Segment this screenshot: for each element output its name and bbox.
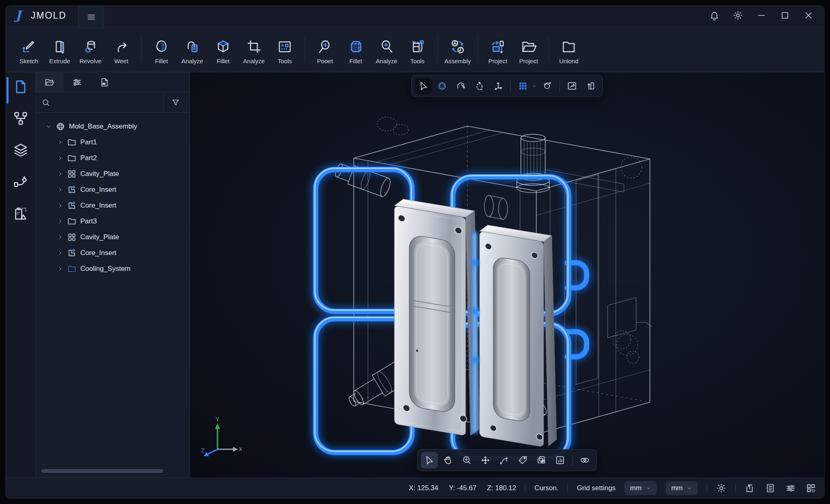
- rail-item-layers[interactable]: [13, 142, 29, 158]
- tool-analyze-3[interactable]: Analyze: [372, 33, 401, 64]
- rail-item-connections[interactable]: [13, 174, 29, 190]
- close-button[interactable]: [803, 10, 814, 21]
- minimize-button[interactable]: [756, 10, 767, 21]
- tool-analyze-1[interactable]: Analyze: [178, 33, 206, 64]
- maximize-button[interactable]: [780, 10, 790, 21]
- tree-row-core-insert-2[interactable]: Core_Insert: [41, 197, 189, 213]
- tree-row-part3[interactable]: Part3: [41, 213, 189, 229]
- lasso-icon: [456, 81, 466, 91]
- rail-item-workflow[interactable]: [13, 110, 29, 127]
- redo-arrow-icon: [113, 39, 129, 55]
- filter-icon: [171, 98, 180, 107]
- chevron-right-icon[interactable]: [57, 218, 63, 225]
- tag-button[interactable]: [514, 452, 531, 468]
- document-button[interactable]: [765, 483, 776, 493]
- chevron-right-icon[interactable]: [57, 266, 63, 272]
- select-tool-button[interactable]: [415, 78, 432, 94]
- orbit-button[interactable]: [539, 78, 556, 94]
- chevron-right-icon[interactable]: [57, 171, 63, 177]
- display-options-button[interactable]: [785, 483, 796, 493]
- mold-assembly-render: [190, 72, 824, 478]
- grid-snap-button[interactable]: [514, 78, 531, 94]
- circle-select-button[interactable]: [434, 78, 451, 94]
- tree-horizontal-scrollbar[interactable]: [41, 469, 163, 473]
- tool-revolve[interactable]: Revolve: [76, 33, 105, 64]
- tree-row-core-insert-3[interactable]: Core_Insert: [41, 245, 189, 261]
- zoom-button[interactable]: [458, 452, 475, 468]
- grid-options-chevron[interactable]: [531, 78, 537, 94]
- tool-fillet-2[interactable]: Fillet: [209, 33, 237, 64]
- flip-section-button[interactable]: [582, 78, 599, 94]
- tool-pooet[interactable]: Pooet: [311, 33, 339, 64]
- tree-row-cooling-system[interactable]: Cooling_System: [41, 261, 189, 277]
- cursor-mode-label[interactable]: Curson.: [534, 484, 559, 492]
- chart-box-icon: [555, 455, 566, 465]
- tool-tools-1[interactable]: Tools: [271, 33, 299, 64]
- app-title: JMOLD: [31, 10, 67, 21]
- chevron-right-icon[interactable]: [57, 250, 63, 256]
- chart-button[interactable]: [552, 452, 569, 468]
- notifications-button[interactable]: [709, 10, 720, 21]
- chevron-right-icon[interactable]: [57, 202, 63, 209]
- unit-select-primary[interactable]: mm: [624, 481, 656, 495]
- select-tool-button[interactable]: [421, 452, 438, 468]
- filter-button[interactable]: [168, 98, 184, 107]
- render-style-button[interactable]: [563, 78, 581, 94]
- tool-weet[interactable]: Weet: [107, 33, 135, 64]
- tool-unlond[interactable]: Unlond: [555, 33, 583, 64]
- chevron-right-icon[interactable]: [57, 155, 63, 161]
- rail-item-files[interactable]: [13, 79, 29, 95]
- export-button[interactable]: [745, 483, 755, 493]
- tree-row-cavity-plate-1[interactable]: Cavity_Plate: [41, 166, 189, 182]
- grid-icon: [518, 81, 528, 91]
- pin-region-button[interactable]: [471, 78, 488, 94]
- unit-value: mm: [630, 484, 641, 492]
- orbit-arc-button[interactable]: [496, 452, 513, 468]
- qr-button[interactable]: [806, 483, 816, 493]
- tab-properties[interactable]: [63, 72, 91, 92]
- tree-row-part1[interactable]: Part1: [41, 134, 189, 150]
- tool-project-2[interactable]: Project: [514, 33, 543, 64]
- tree-row-root[interactable]: Mold_Base_Assembly: [41, 118, 189, 134]
- unit-select-secondary[interactable]: mm: [666, 481, 698, 495]
- mold-plates: [394, 199, 557, 447]
- tree-row-part2[interactable]: Part2: [41, 150, 189, 166]
- viewport-bottom-toolbar: [417, 449, 597, 471]
- tool-label: Extrude: [49, 58, 70, 64]
- tool-sketch[interactable]: Sketch: [15, 33, 43, 64]
- chevron-right-icon[interactable]: [57, 234, 63, 240]
- logo-icon: J: [13, 9, 27, 22]
- chevron-down-icon[interactable]: [45, 123, 52, 130]
- tool-project-1[interactable]: Project: [484, 33, 512, 64]
- tree-label: Part1: [80, 138, 97, 146]
- axis-3d-button[interactable]: [490, 78, 507, 94]
- chevron-right-icon[interactable]: [57, 139, 63, 146]
- main-menu-button[interactable]: [78, 6, 104, 28]
- tab-document[interactable]: [91, 72, 118, 92]
- tree-search-input[interactable]: [54, 97, 159, 109]
- pan-button[interactable]: [440, 452, 457, 468]
- viewport-3d[interactable]: Y X Z: [190, 72, 824, 478]
- settings-button[interactable]: [733, 10, 743, 21]
- duplicate-button[interactable]: [533, 452, 550, 468]
- magnifier-icon: [378, 39, 395, 55]
- tree-row-core-insert-1[interactable]: Core_Insert: [41, 182, 189, 197]
- chevron-right-icon[interactable]: [57, 187, 63, 193]
- tool-assembly[interactable]: Assembly: [443, 33, 472, 64]
- status-settings-button[interactable]: [716, 483, 727, 493]
- tab-structure[interactable]: [36, 72, 63, 92]
- document-icon: [765, 483, 776, 493]
- qr-icon: [806, 483, 816, 493]
- grid-settings-label[interactable]: Grid settings: [577, 484, 615, 492]
- tool-fillet-3[interactable]: Fillet: [342, 33, 370, 64]
- tool-label: Pooet: [317, 58, 333, 64]
- tool-extrude[interactable]: Extrude: [45, 33, 74, 64]
- tool-tools-2[interactable]: Tools: [403, 33, 432, 64]
- tool-analyze-2[interactable]: Analyze: [240, 33, 268, 64]
- tree-row-cavity-plate-2[interactable]: Cavity_Plate: [41, 229, 189, 245]
- rail-item-measure[interactable]: [13, 205, 29, 221]
- lasso-select-button[interactable]: [452, 78, 469, 94]
- move-button[interactable]: [477, 452, 494, 468]
- link-button[interactable]: [576, 452, 593, 468]
- tool-fillet-1[interactable]: Fillet: [147, 33, 176, 64]
